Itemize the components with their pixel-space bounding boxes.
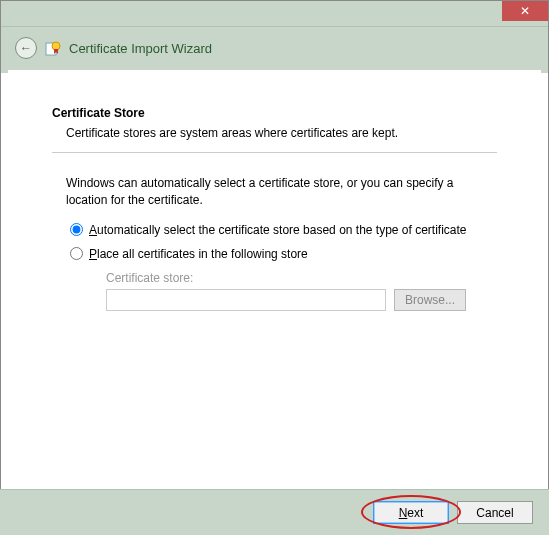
back-button[interactable]: ← (15, 37, 37, 59)
store-selection-group: Automatically select the certificate sto… (70, 223, 497, 311)
wizard-header: ← Certificate Import Wizard (1, 27, 548, 73)
radio-place-row[interactable]: Place all certificates in the following … (70, 247, 497, 261)
intro-text: Windows can automatically select a certi… (66, 175, 497, 209)
back-arrow-icon: ← (20, 41, 32, 55)
browse-button: Browse... (394, 289, 466, 311)
radio-place-label: Place all certificates in the following … (89, 247, 308, 261)
content-panel: Certificate Store Certificate stores are… (8, 70, 541, 489)
next-button[interactable]: Next (373, 501, 449, 524)
store-path-block: Certificate store: Browse... (106, 271, 497, 311)
radio-place[interactable] (70, 247, 83, 260)
svg-point-1 (52, 42, 60, 50)
certificate-wizard-icon (45, 40, 61, 56)
close-button[interactable]: ✕ (502, 1, 548, 21)
radio-auto-label: Automatically select the certificate sto… (89, 223, 467, 237)
store-path-label: Certificate store: (106, 271, 497, 285)
divider (52, 152, 497, 153)
wizard-title: Certificate Import Wizard (69, 41, 212, 56)
store-path-input (106, 289, 386, 311)
radio-auto[interactable] (70, 223, 83, 236)
titlebar: ✕ (1, 1, 548, 27)
cancel-button[interactable]: Cancel (457, 501, 533, 524)
wizard-footer: Next Cancel (0, 489, 549, 535)
close-icon: ✕ (520, 4, 530, 18)
section-description: Certificate stores are system areas wher… (66, 126, 497, 140)
radio-auto-row[interactable]: Automatically select the certificate sto… (70, 223, 497, 237)
section-title: Certificate Store (52, 106, 497, 120)
